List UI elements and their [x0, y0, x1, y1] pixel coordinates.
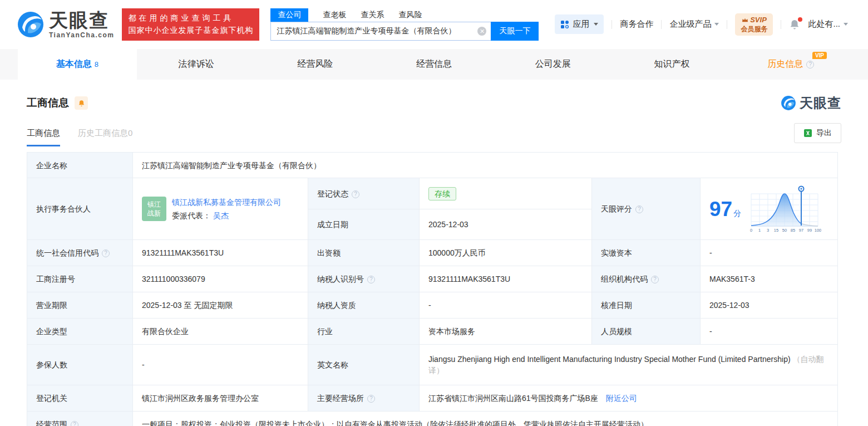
field-value-taxpayer-id: 91321111MAK3561T3U [420, 266, 592, 292]
english-name-text: Jiangsu Zhenjiang High end Intelligent M… [428, 355, 791, 364]
notification-bell[interactable] [789, 19, 800, 30]
slogan-line2: 国家中小企业发展子基金旗下机构 [128, 25, 253, 37]
logo-text: 天眼查 [49, 9, 109, 31]
field-label-approval-date: 核准日期 [592, 292, 701, 319]
help-icon[interactable]: ? [651, 276, 659, 283]
field-label-capital: 出资额 [308, 240, 420, 266]
field-value-registration-authority: 镇江市润州区政务服务管理办公室 [133, 385, 308, 412]
address-text: 江苏省镇江市润州区南山路61号国投商务广场B座 [428, 394, 598, 403]
help-icon[interactable]: ? [352, 190, 359, 198]
nav-enterprise-products[interactable]: 企业级产品 [669, 19, 719, 30]
divider [611, 20, 612, 29]
bell-icon [78, 100, 85, 107]
svip-member-service[interactable]: SVIP 会员服务 [735, 13, 773, 36]
search-block: 查公司 查老板 查关系 查风险 ✕ 天眼一下 [270, 8, 539, 41]
table-row: 登记机关 镇江市润州区政务服务管理办公室 主要经营场所? 江苏省镇江市润州区南山… [27, 385, 838, 412]
field-value-taxpayer-qualification: - [420, 292, 592, 319]
table-row: 工商注册号 321111000336079 纳税人识别号? 91321111MA… [27, 266, 838, 292]
tab-company-development[interactable]: 公司发展 [494, 49, 613, 80]
slogan-line1: 都在用的商业查询工具 [128, 12, 253, 25]
brand-slogan: 都在用的商业查询工具 国家中小企业发展子基金旗下机构 [122, 8, 259, 40]
apps-menu[interactable]: 应用 [555, 14, 604, 34]
tab-legal-proceedings[interactable]: 法律诉讼 [137, 49, 256, 80]
tab-ip-label: 知识产权 [654, 58, 689, 70]
score-distribution-chart: 0 1 3 15 50 85 97 99 100 [748, 185, 821, 233]
business-scope-label: 经营范围 [36, 420, 67, 426]
user-label: 此处有... [808, 19, 840, 30]
credit-code-label: 统一社会信用代码 [36, 248, 98, 257]
chevron-down-icon [594, 23, 598, 26]
search-tab-boss[interactable]: 查老板 [323, 8, 346, 22]
field-value-insured-count: - [133, 345, 308, 385]
svg-text:85: 85 [791, 228, 795, 233]
enterprise-label: 企业级产品 [669, 19, 711, 30]
tianyancha-watermark-icon [781, 95, 796, 111]
help-icon[interactable]: ? [635, 205, 643, 213]
tab-operating-risk[interactable]: 经营风险 [255, 49, 374, 80]
score-unit: 分 [733, 209, 741, 218]
svg-text:3: 3 [767, 228, 769, 233]
nearby-companies-link[interactable]: 附近公司 [606, 394, 637, 403]
search-button[interactable]: 天眼一下 [491, 22, 539, 41]
help-icon[interactable]: ? [806, 61, 814, 68]
tab-history-label: 历史信息 [767, 58, 803, 70]
help-icon[interactable]: ? [102, 249, 110, 257]
tab-basic-info-label: 基本信息 [56, 58, 92, 70]
tianyancha-logo[interactable]: 天眼查 TianYanCha.com [17, 11, 114, 38]
field-value-executive-partner: 镇江 战新 镇江战新私募基金管理有限公司 委派代表： 吴杰 [133, 178, 308, 240]
field-label-establish-date: 成立日期 [308, 209, 420, 240]
tab-history-info[interactable]: VIP 历史信息 ? [731, 49, 850, 80]
member-service-label: 会员服务 [741, 25, 767, 34]
search-tab-risk[interactable]: 查风险 [398, 8, 422, 22]
svg-text:1: 1 [758, 228, 761, 233]
vip-badge: VIP [812, 52, 827, 59]
subtab-history-business-info[interactable]: 历史工商信息0 [78, 128, 132, 146]
tianyancha-watermark: 天眼查 [781, 94, 841, 112]
business-info-table: 企业名称 江苏镇江高端智能制造产业专项母基金（有限合伙） 执行事务合伙人 镇江 … [27, 152, 838, 426]
search-tab-relation[interactable]: 查关系 [361, 8, 384, 22]
help-icon[interactable]: ? [71, 421, 78, 426]
tab-legal-label: 法律诉讼 [179, 58, 214, 70]
apps-label: 应用 [573, 19, 589, 30]
tab-intellectual-property[interactable]: 知识产权 [613, 49, 732, 80]
export-label: 导出 [816, 128, 832, 138]
partner-company-link[interactable]: 镇江战新私募基金管理有限公司 [172, 198, 281, 207]
help-icon[interactable]: ? [367, 395, 375, 403]
org-code-label: 组织机构代码 [601, 275, 648, 283]
field-label-taxpayer-qualification: 纳税人资质 [308, 292, 420, 319]
field-value-company-type: 有限合伙企业 [133, 319, 308, 345]
clear-search-icon[interactable]: ✕ [477, 27, 486, 36]
svg-text:97: 97 [799, 228, 803, 233]
tab-basic-info-count: 8 [95, 60, 98, 68]
section-title: 工商信息 [27, 96, 69, 110]
tab-operating-info[interactable]: 经营信息 [374, 49, 494, 80]
search-input[interactable] [277, 27, 477, 36]
logo-subtext: TianYanCha.com [49, 32, 114, 38]
watermark-text: 天眼查 [800, 94, 841, 112]
chevron-down-icon [714, 23, 719, 26]
nav-business-cooperation[interactable]: 商务合作 [620, 19, 653, 30]
field-value-tianyan-score[interactable]: 97分 [701, 178, 838, 240]
subtab-business-info[interactable]: 工商信息 [27, 128, 60, 146]
excel-icon [803, 129, 812, 138]
field-label-staff-size: 人员规模 [592, 319, 701, 345]
svg-text:100: 100 [815, 228, 821, 233]
partner-avatar[interactable]: 镇江 战新 [142, 197, 166, 221]
divider [661, 20, 662, 29]
tab-basic-info[interactable]: 基本信息 8 [18, 49, 137, 80]
tab-development-label: 公司发展 [535, 58, 571, 70]
subscribe-bell-button[interactable] [75, 96, 88, 110]
business-address-label: 主要经营场所 [317, 394, 364, 403]
field-label-registration-number: 工商注册号 [27, 266, 133, 292]
user-account-menu[interactable]: 此处有... [808, 19, 848, 30]
table-row: 参保人数 - 英文名称 Jiangsu Zhenjiang High end I… [27, 345, 838, 385]
export-button[interactable]: 导出 [794, 123, 841, 143]
field-value-business-scope: 一般项目：股权投资；创业投资（限投资未上市企业）；以自有资金从事投资活动（除依法… [133, 412, 838, 426]
avatar-line1: 镇江 [147, 200, 161, 209]
search-tab-company[interactable]: 查公司 [270, 8, 308, 22]
help-icon[interactable]: ? [367, 276, 375, 283]
delegate-label: 委派代表： [172, 211, 211, 220]
field-label-business-term: 营业期限 [27, 292, 133, 319]
field-value-capital: 100000万人民币 [420, 240, 592, 266]
delegate-link[interactable]: 吴杰 [213, 211, 229, 220]
